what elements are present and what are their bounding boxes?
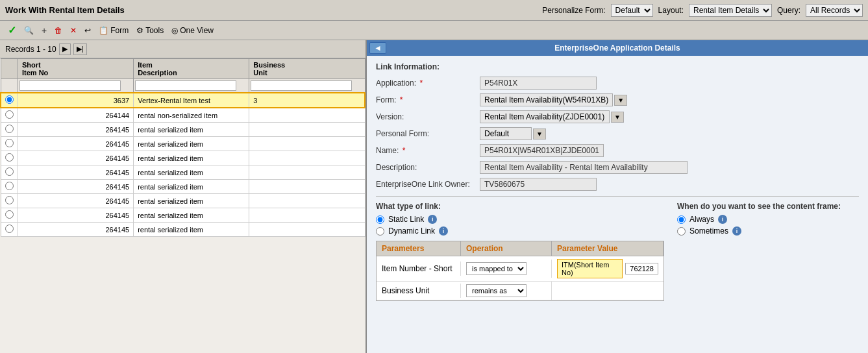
radio-cell: [1, 194, 18, 208]
close-button[interactable]: ✕: [68, 25, 79, 36]
nav-next-button[interactable]: ▶: [59, 43, 71, 55]
param-value-cell-1: ITM(Short Item No) 762128: [552, 256, 663, 281]
search-button[interactable]: 🔍: [21, 25, 36, 36]
form-label: Form: *: [376, 95, 480, 104]
delete-icon: 🗑: [55, 26, 62, 35]
right-content: Link Information: Application: * P54R01X…: [367, 56, 868, 353]
table-row[interactable]: 264145rental serialized item: [1, 137, 365, 151]
table-row[interactable]: 264145rental serialized item: [1, 123, 365, 137]
delete-button[interactable]: 🗑: [52, 25, 65, 36]
param-value-box-1b: 762128: [625, 263, 658, 274]
table-row[interactable]: 264145rental serialized item: [1, 208, 365, 223]
param-operation-1: is mapped to remains as: [461, 260, 552, 278]
right-panel-header: ◄ EnterpriseOne Application Details: [367, 40, 868, 56]
dynamic-link-info-icon[interactable]: i: [439, 226, 448, 236]
static-link-radio[interactable]: [376, 215, 384, 224]
always-radio[interactable]: [677, 215, 686, 224]
tools-icon: ⚙: [136, 26, 143, 35]
table-row[interactable]: 264145rental serialized item: [1, 194, 365, 208]
short-item-no-cell: 3637: [18, 93, 134, 108]
filter-business-unit[interactable]: [251, 80, 352, 91]
filter-short-item-no[interactable]: [19, 80, 121, 91]
application-value: P54R01X: [480, 77, 597, 90]
sometimes-radio[interactable]: [677, 227, 686, 236]
sometimes-row: Sometimes i: [677, 226, 859, 236]
left-panel: Records 1 - 10 ▶ ▶| ShortItem No ItemDes…: [0, 40, 367, 353]
row-radio[interactable]: [5, 225, 14, 233]
form-required: *: [400, 95, 403, 104]
description-cell: rental serialized item: [134, 123, 249, 137]
row-radio[interactable]: [5, 182, 14, 190]
personalize-label: Personalize Form:: [542, 6, 605, 15]
param-value-box-1: ITM(Short Item No): [557, 259, 623, 278]
personal-form-dropdown-arrow[interactable]: ▼: [533, 128, 546, 140]
business-unit-cell: [249, 180, 365, 194]
close-icon: ✕: [70, 26, 77, 35]
back-button[interactable]: ↩: [82, 25, 93, 36]
right-panel-title: EnterpriseOne Application Details: [554, 43, 680, 53]
divider: [376, 196, 859, 197]
params-row-2: Business Unit remains as is mapped to: [377, 282, 663, 300]
check-button[interactable]: ✓: [5, 23, 19, 38]
top-bar: Work With Rental Item Details Personaliz…: [0, 0, 868, 21]
table-row[interactable]: 3637Vertex-Rental Item test3: [1, 93, 365, 108]
layout-select[interactable]: Rental Item Details: [689, 4, 772, 17]
business-unit-cell: [249, 151, 365, 165]
table-row[interactable]: 264145rental serialized item: [1, 223, 365, 237]
version-dropdown-arrow[interactable]: ▼: [611, 112, 624, 123]
nav-last-button[interactable]: ▶|: [73, 43, 87, 55]
row-radio[interactable]: [5, 210, 14, 219]
sometimes-label: Sometimes: [689, 226, 728, 236]
description-cell: rental serialized item: [134, 137, 249, 151]
params-header: Parameters Operation Parameter Value: [377, 241, 663, 256]
form-dropdown-arrow[interactable]: ▼: [614, 95, 627, 106]
col-operation: Operation: [461, 241, 552, 256]
form-icon: 📋: [99, 26, 108, 35]
param-operation-select-2[interactable]: remains as is mapped to: [466, 284, 527, 297]
radio-cell: [1, 223, 18, 237]
row-radio[interactable]: [5, 167, 14, 176]
main-content: Records 1 - 10 ▶ ▶| ShortItem No ItemDes…: [0, 40, 868, 353]
row-radio[interactable]: [5, 139, 14, 147]
link-left: What type of link: Static Link i Dynamic…: [376, 202, 664, 301]
radio-cell: [1, 208, 18, 223]
top-bar-controls: Personalize Form: Default Layout: Rental…: [542, 4, 863, 17]
static-link-info-icon[interactable]: i: [428, 215, 437, 224]
dynamic-link-radio[interactable]: [376, 227, 384, 236]
row-radio[interactable]: [5, 110, 14, 119]
always-info-icon[interactable]: i: [718, 215, 727, 224]
sometimes-info-icon[interactable]: i: [732, 226, 741, 236]
col-short-item-no: ShortItem No: [18, 59, 134, 79]
business-unit-cell: [249, 108, 365, 123]
row-radio[interactable]: [5, 196, 14, 204]
col-business-unit: BusinessUnit: [249, 59, 365, 79]
business-unit-cell: [249, 223, 365, 237]
table-row[interactable]: 264145rental serialized item: [1, 165, 365, 180]
filter-description[interactable]: [135, 80, 236, 91]
row-radio[interactable]: [5, 95, 14, 104]
param-operation-select-1[interactable]: is mapped to remains as: [466, 262, 527, 275]
table-row[interactable]: 264144rental non-serialized item: [1, 108, 365, 123]
param-value-cell-2: [552, 288, 663, 293]
personalize-select[interactable]: Default: [611, 4, 653, 17]
oneview-icon: ◎: [171, 26, 178, 35]
oneview-label: One View: [180, 26, 214, 35]
link-info-title: Link Information:: [376, 62, 859, 71]
tools-button[interactable]: ⚙ Tools: [134, 25, 166, 36]
version-label: Version:: [376, 112, 480, 121]
row-radio[interactable]: [5, 153, 14, 162]
row-radio[interactable]: [5, 125, 14, 133]
radio-cell: [1, 180, 18, 194]
oneview-button[interactable]: ◎ One View: [169, 25, 216, 36]
version-dropdown: Rental Item Availability(ZJDE0001) ▼: [480, 110, 624, 123]
add-button[interactable]: +: [39, 24, 49, 37]
data-table: ShortItem No ItemDescription BusinessUni…: [0, 58, 366, 353]
short-item-no-cell: 264145: [18, 137, 134, 151]
description-cell: rental serialized item: [134, 223, 249, 237]
table-row[interactable]: 264145rental serialized item: [1, 180, 365, 194]
personal-form-row: Personal Form: Default ▼: [376, 127, 859, 140]
query-select[interactable]: All Records: [806, 4, 863, 17]
table-row[interactable]: 264145rental serialized item: [1, 151, 365, 165]
collapse-button[interactable]: ◄: [369, 42, 386, 54]
form-button[interactable]: 📋 Form: [96, 25, 131, 36]
